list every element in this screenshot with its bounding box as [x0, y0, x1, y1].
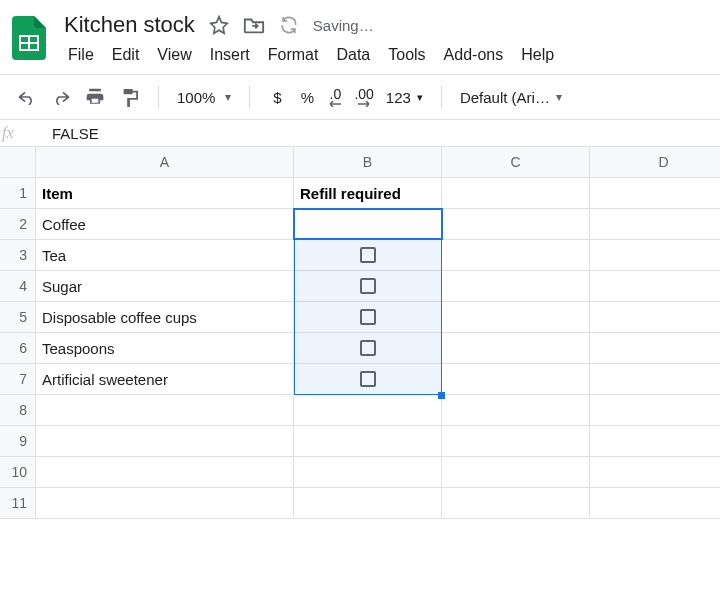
undo-button[interactable]: [16, 86, 38, 108]
cell-D6[interactable]: [590, 333, 720, 364]
select-all-corner[interactable]: [0, 147, 36, 178]
increase-decimal-button[interactable]: .00: [354, 86, 373, 108]
cell-C4[interactable]: [442, 271, 590, 302]
toolbar: 100% $ % .0 .00 123▾ Default (Ari… ▾: [0, 75, 720, 119]
cell-B4[interactable]: [294, 271, 442, 302]
cell-D10[interactable]: [590, 457, 720, 488]
menu-tools[interactable]: Tools: [388, 46, 425, 64]
menu-file[interactable]: File: [68, 46, 94, 64]
row-header-5[interactable]: 5: [0, 302, 36, 333]
cell-B2[interactable]: [294, 209, 442, 240]
cell-D8[interactable]: [590, 395, 720, 426]
row-header-11[interactable]: 11: [0, 488, 36, 519]
menu-data[interactable]: Data: [336, 46, 370, 64]
menu-bar: File Edit View Insert Format Data Tools …: [64, 40, 554, 74]
cell-C7[interactable]: [442, 364, 590, 395]
menu-view[interactable]: View: [157, 46, 191, 64]
cell-D4[interactable]: [590, 271, 720, 302]
decrease-decimal-button[interactable]: .0: [328, 86, 342, 108]
row-header-3[interactable]: 3: [0, 240, 36, 271]
row-header-1[interactable]: 1: [0, 178, 36, 209]
star-icon[interactable]: [209, 15, 229, 35]
format-percent-button[interactable]: %: [298, 89, 316, 106]
cell-B10[interactable]: [294, 457, 442, 488]
cell-C1[interactable]: [442, 178, 590, 209]
spreadsheet-grid[interactable]: A B C D 1 Item Refill required 2 Coffee …: [0, 147, 720, 519]
sync-icon[interactable]: [279, 15, 299, 35]
number-format-dropdown[interactable]: 123▾: [386, 89, 423, 106]
cell-B6[interactable]: [294, 333, 442, 364]
cell-C10[interactable]: [442, 457, 590, 488]
cell-A8[interactable]: [36, 395, 294, 426]
print-button[interactable]: [84, 86, 106, 108]
checkbox[interactable]: [360, 371, 376, 387]
cell-C2[interactable]: [442, 209, 590, 240]
menu-help[interactable]: Help: [521, 46, 554, 64]
paint-format-button[interactable]: [118, 86, 140, 108]
dec-more-label: .00: [354, 87, 373, 101]
zoom-dropdown[interactable]: 100%: [177, 89, 231, 106]
checkbox[interactable]: [360, 216, 376, 232]
cell-A1[interactable]: Item: [36, 178, 294, 209]
toolbar-separator: [249, 85, 250, 109]
cell-A3[interactable]: Tea: [36, 240, 294, 271]
cell-D3[interactable]: [590, 240, 720, 271]
redo-button[interactable]: [50, 86, 72, 108]
numfmt-label: 123: [386, 89, 411, 106]
cell-C5[interactable]: [442, 302, 590, 333]
row-header-4[interactable]: 4: [0, 271, 36, 302]
cell-C6[interactable]: [442, 333, 590, 364]
col-header-B[interactable]: B: [294, 147, 442, 178]
cell-D2[interactable]: [590, 209, 720, 240]
cell-D5[interactable]: [590, 302, 720, 333]
cell-B5[interactable]: [294, 302, 442, 333]
menu-edit[interactable]: Edit: [112, 46, 140, 64]
cell-D11[interactable]: [590, 488, 720, 519]
cell-A4[interactable]: Sugar: [36, 271, 294, 302]
sheets-app-icon[interactable]: [8, 12, 50, 64]
move-icon[interactable]: [243, 15, 265, 35]
row-header-9[interactable]: 9: [0, 426, 36, 457]
cell-A2[interactable]: Coffee: [36, 209, 294, 240]
cell-C8[interactable]: [442, 395, 590, 426]
cell-B11[interactable]: [294, 488, 442, 519]
title-row: Kitchen stock Saving…: [64, 8, 554, 40]
cell-C11[interactable]: [442, 488, 590, 519]
cell-B7[interactable]: [294, 364, 442, 395]
col-header-A[interactable]: A: [36, 147, 294, 178]
checkbox[interactable]: [360, 309, 376, 325]
col-header-D[interactable]: D: [590, 147, 720, 178]
row-header-6[interactable]: 6: [0, 333, 36, 364]
formula-bar[interactable]: fx FALSE: [0, 119, 720, 147]
cell-B9[interactable]: [294, 426, 442, 457]
cell-A7[interactable]: Artificial sweetener: [36, 364, 294, 395]
cell-A6[interactable]: Teaspoons: [36, 333, 294, 364]
row-header-2[interactable]: 2: [0, 209, 36, 240]
cell-A11[interactable]: [36, 488, 294, 519]
cell-C3[interactable]: [442, 240, 590, 271]
col-header-C[interactable]: C: [442, 147, 590, 178]
row-header-7[interactable]: 7: [0, 364, 36, 395]
cell-B8[interactable]: [294, 395, 442, 426]
doc-title[interactable]: Kitchen stock: [64, 12, 195, 38]
cell-C9[interactable]: [442, 426, 590, 457]
cell-D7[interactable]: [590, 364, 720, 395]
checkbox[interactable]: [360, 340, 376, 356]
cell-A5[interactable]: Disposable coffee cups: [36, 302, 294, 333]
font-family-dropdown[interactable]: Default (Ari… ▾: [460, 89, 562, 106]
cell-D1[interactable]: [590, 178, 720, 209]
cell-B3[interactable]: [294, 240, 442, 271]
menu-insert[interactable]: Insert: [210, 46, 250, 64]
cell-A10[interactable]: [36, 457, 294, 488]
row-header-10[interactable]: 10: [0, 457, 36, 488]
menu-addons[interactable]: Add-ons: [444, 46, 504, 64]
cell-A9[interactable]: [36, 426, 294, 457]
cell-B1[interactable]: Refill required: [294, 178, 442, 209]
checkbox[interactable]: [360, 247, 376, 263]
row-header-8[interactable]: 8: [0, 395, 36, 426]
menu-format[interactable]: Format: [268, 46, 319, 64]
formula-value: FALSE: [40, 125, 99, 142]
format-currency-button[interactable]: $: [268, 89, 286, 106]
checkbox[interactable]: [360, 278, 376, 294]
cell-D9[interactable]: [590, 426, 720, 457]
